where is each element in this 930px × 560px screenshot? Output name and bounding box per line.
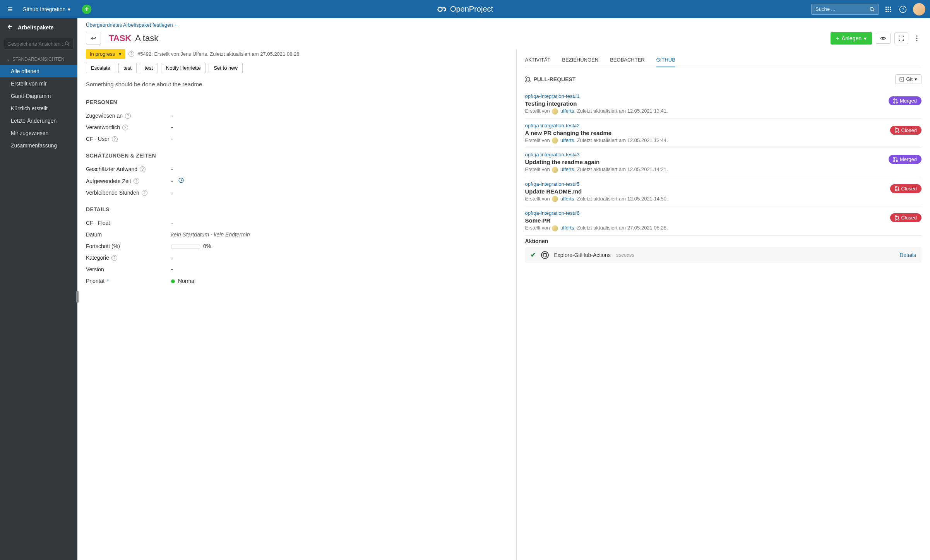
set-parent-link[interactable]: Übergeordnetes Arbeitspaket festlegen +	[86, 22, 177, 28]
sidebar-search-input[interactable]	[7, 41, 64, 47]
tab[interactable]: BEOBACHTER	[610, 53, 645, 67]
tab[interactable]: GITHUB	[656, 53, 675, 67]
svg-point-20	[882, 38, 884, 39]
sidebar-section-header[interactable]: ⌄ STANDARDANSICHTEN	[0, 53, 77, 65]
field-label: Datum	[86, 231, 171, 238]
project-selector[interactable]: Github Integration ▾	[22, 6, 70, 12]
svg-point-3	[438, 7, 442, 11]
pr-user-link[interactable]: ulferts	[560, 166, 574, 172]
search-input[interactable]	[815, 6, 869, 12]
field-row: Datumkein Startdatum - kein Endtermin	[86, 229, 508, 240]
svg-rect-7	[888, 7, 889, 8]
clock-icon[interactable]	[178, 178, 184, 184]
fullscreen-button[interactable]	[894, 33, 908, 44]
global-search[interactable]	[811, 4, 879, 15]
tab[interactable]: AKTIVITÄT	[525, 53, 551, 67]
help-icon[interactable]: ?	[897, 4, 908, 15]
hamburger-icon[interactable]	[5, 4, 15, 15]
custom-action-button[interactable]: Escalate	[86, 63, 115, 73]
new-button[interactable]: +	[82, 5, 91, 14]
terminal-icon	[899, 77, 904, 82]
field-value[interactable]: -	[171, 166, 173, 172]
help-icon[interactable]: ?	[140, 166, 146, 172]
modules-icon[interactable]	[884, 5, 893, 14]
plus-icon: +	[174, 22, 177, 28]
sidebar-item[interactable]: Gantt-Diagramm	[0, 90, 77, 102]
action-status: success	[616, 252, 634, 258]
field-value[interactable]: kein Startdatum - kein Endtermin	[171, 231, 250, 238]
pr-state-badge: Merged	[889, 155, 921, 164]
chevron-down-icon: ⌄	[6, 57, 10, 62]
git-dropdown[interactable]: Git ▾	[895, 74, 921, 84]
field-value[interactable]: -	[171, 266, 173, 272]
wp-description[interactable]: Something should be done about the readm…	[86, 81, 508, 87]
help-icon[interactable]: ?	[142, 190, 147, 196]
wp-subject[interactable]: A task	[135, 33, 158, 43]
actions-label: Aktionen	[525, 238, 921, 244]
more-menu-button[interactable]	[912, 33, 921, 44]
pr-title: Updating the readme again	[525, 159, 921, 165]
tab[interactable]: BEZIEHUNGEN	[562, 53, 598, 67]
field-value[interactable]: -	[171, 124, 173, 130]
field-value[interactable]: -	[171, 220, 173, 226]
help-icon[interactable]: ?	[122, 125, 128, 130]
watch-button[interactable]	[876, 33, 891, 44]
sidebar-item[interactable]: Zusammenfassung	[0, 139, 77, 152]
help-icon[interactable]: ?	[111, 255, 117, 261]
pr-state-badge: Closed	[890, 213, 921, 222]
custom-action-button[interactable]: Notify Henriette	[161, 63, 206, 73]
action-details-link[interactable]: Details	[899, 252, 916, 258]
field-row: CF - User?-	[86, 133, 508, 145]
sidebar-search[interactable]	[4, 38, 74, 50]
field-value[interactable]: -	[171, 113, 173, 119]
brand-logo: OpenProject	[437, 4, 493, 14]
field-value[interactable]: 0%	[171, 243, 211, 249]
field-label: Zugewiesen an?	[86, 113, 171, 119]
pr-repo-link[interactable]: opf/qa-integration-test#3	[525, 152, 921, 158]
pr-user-link[interactable]: ulferts	[560, 137, 574, 143]
pr-meta: Erstellt von ulferts. Zuletzt aktualisie…	[525, 196, 921, 202]
back-arrow-icon[interactable]	[6, 24, 12, 31]
field-label: Kategorie?	[86, 255, 171, 261]
tabs: AKTIVITÄTBEZIEHUNGENBEOBACHTERGITHUB	[525, 49, 921, 67]
field-value[interactable]: Normal	[171, 278, 195, 284]
pr-repo-link[interactable]: opf/qa-integration-test#1	[525, 93, 921, 99]
field-value[interactable]: -	[171, 255, 173, 261]
section-details-title: DETAILS	[86, 206, 508, 212]
status-selector[interactable]: In progress ▾	[86, 49, 125, 59]
wp-type[interactable]: TASK	[109, 33, 131, 43]
custom-action-button[interactable]: test	[140, 63, 158, 73]
back-button[interactable]: ↩	[86, 32, 101, 45]
svg-rect-29	[900, 77, 904, 81]
custom-action-button[interactable]: test	[118, 63, 137, 73]
svg-text:?: ?	[902, 7, 904, 12]
sidebar-resize-handle[interactable]	[76, 291, 79, 303]
user-avatar[interactable]	[913, 3, 925, 15]
field-value[interactable]: -	[171, 178, 184, 184]
pr-user-link[interactable]: ulferts	[560, 225, 574, 231]
help-icon[interactable]: ?	[134, 178, 139, 184]
sidebar-item[interactable]: Mir zugewiesen	[0, 127, 77, 139]
custom-action-button[interactable]: Set to new	[209, 63, 242, 73]
pr-user-link[interactable]: ulferts	[560, 196, 574, 202]
help-icon[interactable]: ?	[112, 136, 118, 142]
create-button[interactable]: + Anlegen ▾	[831, 32, 872, 45]
pr-repo-link[interactable]: opf/qa-integration-test#6	[525, 210, 921, 216]
progress-bar[interactable]	[171, 245, 200, 248]
sidebar-item[interactable]: Letzte Änderungen	[0, 115, 77, 127]
pr-repo-link[interactable]: opf/qa-integration-test#2	[525, 123, 921, 128]
svg-point-46	[895, 216, 896, 217]
sidebar-item[interactable]: Erstellt von mir	[0, 77, 77, 90]
field-value[interactable]: -	[171, 136, 173, 142]
pr-state-badge: Closed	[890, 126, 921, 135]
help-icon[interactable]: ?	[125, 113, 131, 119]
check-icon: ✔	[531, 251, 536, 259]
field-value[interactable]: -	[171, 190, 173, 196]
sidebar-item[interactable]: Kürzlich erstellt	[0, 102, 77, 115]
pr-title: Update README.md	[525, 188, 921, 195]
sidebar-item[interactable]: Alle offenen	[0, 65, 77, 77]
pr-title: A new PR changing the readme	[525, 130, 921, 136]
pr-repo-link[interactable]: opf/qa-integration-test#5	[525, 181, 921, 187]
help-icon[interactable]: ?	[128, 51, 134, 57]
pr-user-link[interactable]: ulferts	[560, 108, 574, 114]
